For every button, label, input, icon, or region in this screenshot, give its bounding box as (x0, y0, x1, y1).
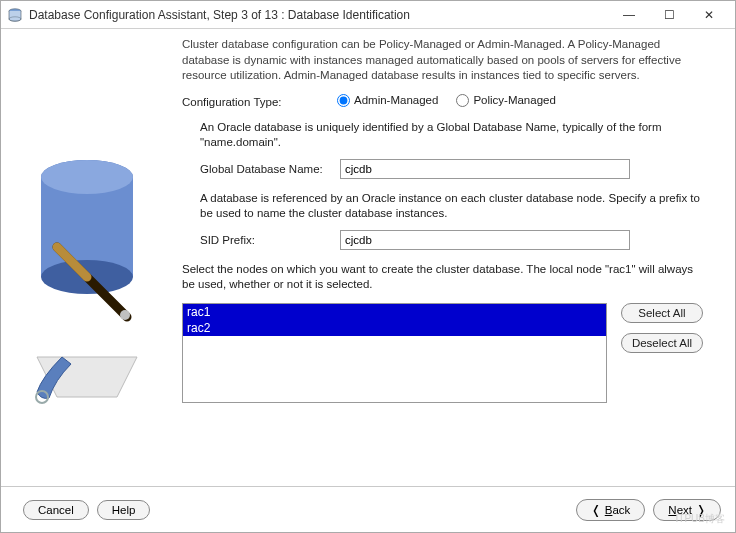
wizard-illustration (17, 57, 157, 427)
global-db-field: Global Database Name: (182, 159, 703, 179)
radio-policy-managed-input[interactable] (456, 94, 469, 107)
sid-label: SID Prefix: (200, 234, 340, 246)
chevron-left-icon: ❬ (591, 503, 601, 517)
radio-admin-managed-label: Admin-Managed (354, 94, 438, 106)
footer-bar: Cancel Help ❬ Back Next ❭ ITPUB博客 (1, 486, 735, 532)
sid-field: SID Prefix: (182, 230, 703, 250)
radio-policy-managed[interactable]: Policy-Managed (456, 94, 555, 107)
config-type-row: Configuration Type: Admin-Managed Policy… (182, 94, 703, 108)
back-button[interactable]: ❬ Back (576, 499, 646, 521)
svg-point-5 (41, 160, 133, 194)
side-panel (1, 29, 176, 486)
svg-point-6 (120, 310, 130, 320)
title-bar: Database Configuration Assistant, Step 3… (1, 1, 735, 29)
close-button[interactable]: ✕ (689, 3, 729, 27)
node-item[interactable]: rac2 (183, 320, 606, 336)
watermark: ITPUB博客 (676, 512, 725, 526)
global-db-label: Global Database Name: (200, 163, 340, 175)
select-all-button[interactable]: Select All (621, 303, 703, 323)
main-panel: Cluster database configuration can be Po… (176, 29, 735, 486)
cancel-button[interactable]: Cancel (23, 500, 89, 520)
window-title: Database Configuration Assistant, Step 3… (29, 8, 609, 22)
global-db-input[interactable] (340, 159, 630, 179)
config-type-label: Configuration Type: (182, 94, 337, 108)
global-db-note: An Oracle database is uniquely identifie… (182, 120, 703, 151)
sid-input[interactable] (340, 230, 630, 250)
help-button[interactable]: Help (97, 500, 151, 520)
intro-text: Cluster database configuration can be Po… (182, 37, 703, 84)
radio-policy-managed-label: Policy-Managed (473, 94, 555, 106)
node-list[interactable]: rac1 rac2 (182, 303, 607, 403)
nodes-row: rac1 rac2 Select All Deselect All (182, 303, 703, 403)
maximize-button[interactable]: ☐ (649, 3, 689, 27)
node-buttons: Select All Deselect All (621, 303, 703, 353)
back-label-rest: ack (612, 504, 630, 516)
nodes-note: Select the nodes on which you want to cr… (182, 262, 703, 293)
sid-note: A database is referenced by an Oracle in… (182, 191, 703, 222)
minimize-button[interactable]: — (609, 3, 649, 27)
radio-admin-managed-input[interactable] (337, 94, 350, 107)
window-controls: — ☐ ✕ (609, 3, 729, 27)
deselect-all-button[interactable]: Deselect All (621, 333, 703, 353)
app-icon (7, 7, 23, 23)
radio-admin-managed[interactable]: Admin-Managed (337, 94, 438, 107)
content-area: Cluster database configuration can be Po… (1, 29, 735, 486)
node-item[interactable]: rac1 (183, 304, 606, 320)
